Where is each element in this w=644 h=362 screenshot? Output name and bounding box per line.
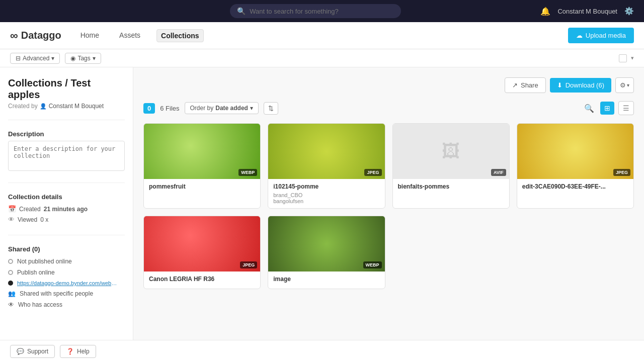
nav-collections[interactable]: Collections (156, 29, 203, 42)
search-input[interactable] (250, 8, 394, 15)
collection-settings-button[interactable]: ⚙ ▾ (615, 77, 634, 93)
order-value: Date added (215, 105, 248, 112)
media-format-badge: WEBP (238, 169, 257, 176)
file-count-badge: 0 (143, 103, 155, 114)
viewed-label: Viewed (18, 216, 37, 223)
order-by-button[interactable]: Order by Date added ▾ (185, 102, 259, 114)
search-icon: 🔍 (237, 7, 246, 15)
not-published-label: Not published online (17, 258, 72, 265)
content-area: ↗ Share ⬇ Download (6) ⚙ ▾ 0 6 Files Ord… (133, 67, 644, 362)
chevron-down-icon: ▾ (51, 55, 54, 62)
filter-icon: ⊟ (16, 55, 21, 62)
publish-online-label: Publish online (17, 269, 55, 276)
media-name: Canon LEGRIA HF R36 (149, 276, 255, 283)
media-format-badge: AVIF (491, 169, 506, 176)
download-icon: ⬇ (557, 81, 562, 89)
content-filter-row: 0 6 Files Order by Date added ▾ ⇅ 🔍 ⊞ ☰ (143, 101, 634, 115)
tags-button[interactable]: ◉ Tags ▾ (65, 53, 101, 64)
user-icon: 👤 (40, 103, 47, 110)
chevron-down-icon-select[interactable]: ▾ (631, 55, 634, 61)
publish-online-item[interactable]: Publish online (8, 267, 125, 278)
eye-access-icon: 👁 (8, 301, 14, 308)
notification-icon[interactable]: 🔔 (540, 7, 550, 16)
filter-left: 0 6 Files Order by Date added ▾ ⇅ (143, 102, 278, 115)
created-label: Created (19, 206, 41, 213)
logo: ∞ Dataggo (10, 29, 61, 42)
media-card[interactable]: JPEG edit-3CAE090D-63EE-49FE-... (517, 123, 634, 209)
description-title: Description (8, 130, 125, 138)
media-card[interactable]: WEBP pommesfruit (143, 123, 261, 209)
radio-circle-publish (8, 270, 13, 275)
toolbar-right: ▾ (619, 54, 634, 62)
support-icon: 💬 (17, 348, 24, 355)
divider-3 (8, 235, 125, 235)
media-format-badge: JPEG (240, 261, 257, 268)
bottom-bar: 💬 Support ❓ Help (0, 340, 644, 362)
navbar-left: ∞ Dataggo Home Assets Collections (10, 29, 204, 42)
settings-icon[interactable]: ⚙️ (624, 7, 634, 16)
shared-link-item[interactable]: https://dataggo-demo.bynder.com/web/5... (8, 278, 125, 288)
sort-button[interactable]: ⇅ (264, 102, 278, 115)
media-grid: WEBP pommesfruit JPEG i102145-pomme bran… (143, 123, 634, 289)
main-content: Collections / Test apples Created by 👤 C… (0, 67, 644, 362)
page-subtitle: Created by 👤 Constant M Bouquet (8, 103, 125, 110)
search-media-button[interactable]: 🔍 (582, 102, 596, 115)
media-info: i102145-pomme brand_CBObangolufsen (268, 179, 384, 208)
shared-people-label: Shared with specific people (20, 290, 93, 297)
divider-2 (8, 183, 125, 183)
media-card[interactable]: JPEG i102145-pomme brand_CBObangolufsen (268, 123, 385, 209)
people-icon: 👥 (8, 290, 16, 297)
viewed-row: 👁 Viewed 0 x (8, 214, 125, 225)
media-tags: brand_CBObangolufsen (273, 192, 379, 204)
download-button[interactable]: ⬇ Download (6) (550, 78, 611, 93)
filter-right: 🔍 ⊞ ☰ (582, 101, 634, 115)
author-name: Constant M Bouquet (49, 103, 104, 110)
share-button[interactable]: ↗ Share (505, 77, 546, 93)
grid-view-button[interactable]: ⊞ (600, 102, 614, 115)
topbar-right: 🔔 Constant M Bouquet ⚙️ (540, 7, 634, 16)
media-name: edit-3CAE090D-63EE-49FE-... (522, 183, 628, 190)
media-format-badge: JPEG (613, 169, 630, 176)
details-title: Collection details (8, 193, 125, 201)
nav-links: Home Assets Collections (76, 29, 204, 42)
who-access-item[interactable]: 👁 Who has access (8, 299, 125, 310)
media-card[interactable]: WEBP image (268, 216, 385, 289)
navbar: ∞ Dataggo Home Assets Collections ☁ Uplo… (0, 22, 644, 49)
order-label: Order by (190, 105, 214, 112)
upload-media-button[interactable]: ☁ Upload media (568, 28, 634, 43)
who-access-label: Who has access (18, 301, 62, 308)
shared-link[interactable]: https://dataggo-demo.bynder.com/web/5... (17, 280, 118, 286)
nav-assets[interactable]: Assets (115, 29, 144, 42)
advanced-button[interactable]: ⊟ Advanced ▾ (10, 53, 60, 64)
media-card[interactable]: JPEG Canon LEGRIA HF R36 (143, 216, 261, 289)
not-published-item[interactable]: Not published online (8, 256, 125, 267)
media-card[interactable]: 🖼 AVIF bienfaits-pommes (392, 123, 510, 209)
share-icon: ↗ (512, 81, 518, 89)
media-info: image (268, 272, 384, 289)
media-info: edit-3CAE090D-63EE-49FE-... (517, 179, 633, 196)
collection-details-section: Collection details 📅 Created 21 minutes … (8, 193, 125, 225)
created-time: 21 minutes ago (44, 206, 88, 213)
radio-circle-not-published (8, 259, 13, 264)
action-row: ↗ Share ⬇ Download (6) ⚙ ▾ (143, 77, 634, 93)
chevron-order-icon: ▾ (250, 105, 253, 112)
media-name: bienfaits-pommes (398, 183, 504, 190)
help-button[interactable]: ❓ Help (60, 345, 96, 358)
shared-title: Shared (0) (8, 245, 125, 253)
description-input[interactable] (8, 141, 125, 171)
viewed-value: 0 x (40, 216, 48, 223)
gear-settings-icon: ⚙ (620, 81, 626, 89)
search-bar[interactable]: 🔍 (230, 4, 401, 18)
select-all-checkbox[interactable] (619, 54, 627, 62)
calendar-icon: 📅 (8, 205, 16, 213)
page-breadcrumb-area: Collections / Test apples Created by 👤 C… (8, 77, 125, 110)
created-by-label: Created by (8, 103, 38, 110)
nav-home[interactable]: Home (76, 29, 103, 42)
list-view-button[interactable]: ☰ (618, 101, 634, 115)
media-format-badge: JPEG (364, 169, 381, 176)
dot-icon (8, 281, 13, 286)
divider-1 (8, 120, 125, 120)
created-row: 📅 Created 21 minutes ago (8, 204, 125, 214)
shared-people-item[interactable]: 👥 Shared with specific people (8, 288, 125, 299)
support-button[interactable]: 💬 Support (10, 345, 55, 358)
